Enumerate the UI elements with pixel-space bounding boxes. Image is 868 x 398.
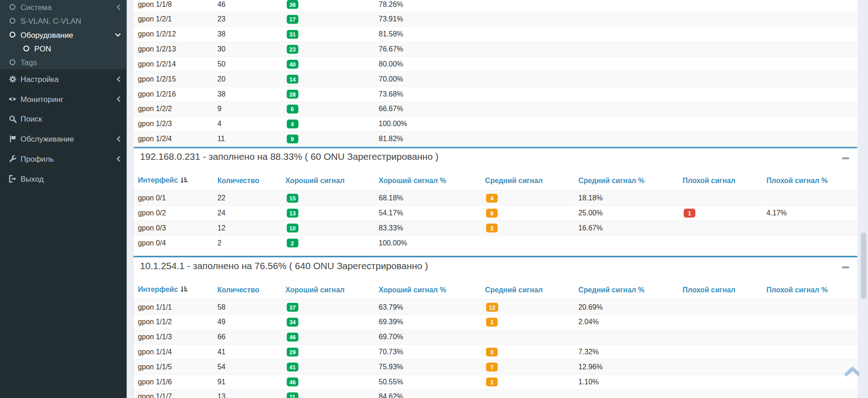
cell-good-signal-pct: 69.70% — [374, 330, 480, 345]
col-header-good-signal[interactable]: Хороший сигнал — [281, 172, 374, 190]
col-header-bad-signal-pct[interactable]: Плохой сигнал % — [762, 281, 858, 299]
panel-header: 192.168.0.231 - заполнено на 88.33% ( 60… — [133, 148, 858, 168]
cell-avg-signal — [480, 132, 574, 146]
wrench-icon — [8, 155, 16, 163]
col-header-count[interactable]: Количество — [213, 172, 281, 190]
table-row: gpon 1/1/2493469.39%12.04% — [133, 315, 858, 330]
cell-good-signal: 6 — [281, 102, 374, 117]
cell-avg-signal-pct — [574, 57, 678, 72]
cell-bad-signal — [678, 190, 762, 205]
col-header-bad-signal[interactable]: Плохой сигнал — [678, 172, 762, 190]
cell-count: 12 — [213, 220, 281, 235]
col-header-good-signal[interactable]: Хороший сигнал — [281, 281, 374, 299]
chevron-left-icon — [116, 136, 121, 143]
table-row: gpon 1/2/12383181.58% — [133, 27, 858, 42]
cell-bad-signal — [678, 87, 762, 102]
col-header-interface[interactable]: Интерфейс — [133, 281, 213, 299]
collapse-button[interactable] — [839, 262, 852, 273]
sidebar-item-pon[interactable]: PON — [0, 41, 127, 55]
cell-good-signal: 23 — [281, 42, 374, 57]
col-header-avg-signal[interactable]: Средний сигнал — [480, 172, 574, 190]
cell-bad-signal — [678, 374, 762, 389]
sidebar-item-settings[interactable]: Настройка — [0, 69, 127, 89]
scrollbar-thumb[interactable] — [861, 233, 866, 299]
good-signal-badge: 10 — [286, 224, 298, 232]
panel-title: 10.1.254.1 - заполнено на 76.56% ( 640 O… — [140, 260, 851, 273]
col-header-count[interactable]: Количество — [213, 281, 281, 299]
avg-signal-badge: 4 — [486, 194, 498, 202]
cell-bad-signal-pct — [762, 389, 858, 398]
circle-o-icon — [8, 31, 16, 38]
sidebar-item-equipment[interactable]: Оборудование — [0, 28, 127, 41]
sidebar-item-logout[interactable]: Выход — [0, 169, 127, 189]
col-header-avg-signal-pct[interactable]: Средний сигнал % — [574, 281, 678, 299]
cell-interface: gpon 0/3 — [133, 220, 213, 235]
cell-interface: gpon 1/2/2 — [133, 102, 213, 117]
good-signal-badge: 14 — [286, 75, 298, 83]
cell-bad-signal — [678, 300, 762, 315]
cell-interface: gpon 0/2 — [133, 206, 213, 221]
cell-count: 30 — [213, 42, 281, 57]
sidebar-item-system[interactable]: Система — [0, 0, 127, 14]
sidebar-item-label: Поиск — [20, 115, 42, 123]
col-header-bad-signal[interactable]: Плохой сигнал — [678, 281, 762, 299]
sidebar-item-monitoring[interactable]: Мониторинг — [0, 89, 127, 109]
circle-o-icon — [8, 17, 16, 25]
col-header-label: Интерфейс — [138, 176, 178, 184]
table-row: gpon 1/2/29666.67% — [133, 102, 858, 117]
page-scrollbar[interactable] — [859, 0, 868, 398]
col-header-avg-signal[interactable]: Средний сигнал — [480, 281, 574, 299]
sidebar-item-search[interactable]: Поиск — [0, 109, 127, 129]
cell-count: 38 — [213, 87, 281, 102]
cell-good-signal: 34 — [281, 315, 374, 330]
col-header-label: Хороший сигнал % — [379, 286, 446, 294]
cell-good-signal-pct: 75.93% — [374, 360, 480, 375]
col-header-avg-signal-pct[interactable]: Средний сигнал % — [574, 172, 678, 190]
col-header-label: Средний сигнал % — [578, 286, 644, 294]
cell-good-signal-pct: 84.62% — [374, 389, 480, 398]
cell-avg-signal — [480, 235, 574, 250]
cell-good-signal: 15 — [281, 190, 374, 205]
cell-count: 50 — [213, 57, 281, 72]
col-header-good-signal-pct[interactable]: Хороший сигнал % — [374, 172, 480, 190]
sidebar-item-label: Оборудование — [20, 30, 73, 39]
table-row: gpon 0/1221568.18%418.18% — [133, 190, 858, 205]
table-row: gpon 1/1/4412970.73%37.32% — [133, 345, 858, 360]
cell-avg-signal-pct: 20.69% — [574, 300, 678, 315]
cell-avg-signal-pct — [574, 117, 678, 132]
sidebar-item-label: Настройка — [20, 75, 59, 83]
chevron-left-icon — [116, 4, 121, 10]
cell-avg-signal: 12 — [480, 300, 574, 315]
cell-bad-signal-pct — [762, 132, 858, 146]
cell-good-signal-pct: 54.17% — [374, 206, 480, 221]
sidebar-item-service[interactable]: Обслуживание — [0, 129, 127, 149]
col-header-interface[interactable]: Интерфейс — [133, 172, 213, 190]
col-header-good-signal-pct[interactable]: Хороший сигнал % — [374, 281, 480, 299]
cell-bad-signal — [678, 360, 762, 375]
collapse-button[interactable] — [839, 153, 852, 164]
sidebar-item-profile[interactable]: Профиль — [0, 149, 127, 169]
sidebar-submenu: СистемаS-VLAN, C-VLANОборудованиеPONTags — [0, 0, 127, 69]
cell-good-signal-pct: 63.79% — [374, 300, 480, 315]
cell-count: 13 — [213, 389, 281, 398]
cell-avg-signal — [480, 87, 574, 102]
col-header-bad-signal-pct[interactable]: Плохой сигнал % — [762, 172, 858, 190]
cell-avg-signal — [480, 0, 574, 12]
cell-good-signal-pct: 100.00% — [374, 235, 480, 250]
cell-good-signal-pct: 81.58% — [374, 27, 480, 42]
cell-good-signal: 9 — [281, 132, 374, 146]
cell-good-signal: 37 — [281, 300, 374, 315]
cell-interface: gpon 0/4 — [133, 235, 213, 250]
cell-good-signal: 13 — [281, 206, 374, 221]
cell-bad-signal-pct — [762, 71, 858, 87]
cell-bad-signal-pct — [762, 117, 858, 132]
content-area: gpon 1/1/8463678.26%gpon 1/2/1231773.91%… — [127, 0, 859, 398]
cell-count: 24 — [213, 206, 281, 221]
table-row: gpon 1/2/16382873.68% — [133, 87, 858, 102]
sidebar-item-svlan-cvlan[interactable]: S-VLAN, C-VLAN — [0, 14, 127, 27]
cell-good-signal-pct: 100.00% — [374, 117, 480, 132]
cell-count: 66 — [213, 330, 281, 345]
sidebar-item-tags[interactable]: Tags — [0, 56, 127, 69]
cell-count: 38 — [213, 27, 281, 42]
cell-count: 22 — [213, 190, 281, 205]
